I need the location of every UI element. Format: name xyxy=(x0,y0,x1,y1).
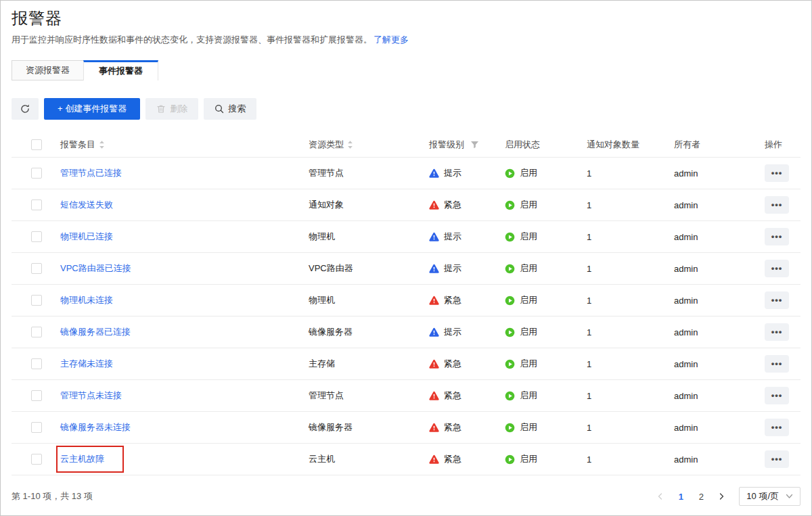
resource-type-value: 管理节点 xyxy=(309,167,429,179)
owner-value: admin xyxy=(674,391,765,401)
alarm-item-link[interactable]: 主存储未连接 xyxy=(60,358,113,370)
resource-type-value: 物理机 xyxy=(309,231,429,243)
enable-status-badge: 启用 xyxy=(505,167,537,179)
search-button[interactable]: 搜索 xyxy=(204,98,256,120)
row-checkbox[interactable] xyxy=(31,263,42,274)
resource-type-value: 主存储 xyxy=(309,358,429,370)
delete-button-label: 删除 xyxy=(170,103,187,115)
search-button-label: 搜索 xyxy=(228,103,246,115)
alarm-item-link[interactable]: 镜像服务器未连接 xyxy=(60,421,131,433)
alarm-level-badge: 紧急 xyxy=(429,199,461,211)
owner-value: admin xyxy=(674,423,765,433)
next-page-button[interactable] xyxy=(713,488,729,505)
enabled-play-icon xyxy=(505,423,515,433)
table-row: 物理机未连接 物理机 紧急 启用 1 admin ••• xyxy=(12,285,800,316)
alarm-item-link[interactable]: 镜像服务器已连接 xyxy=(60,326,131,338)
delete-button[interactable]: 删除 xyxy=(145,98,198,120)
resource-type-value: 云主机 xyxy=(309,453,429,465)
row-actions-button[interactable]: ••• xyxy=(765,196,789,214)
enabled-play-icon xyxy=(505,296,515,306)
refresh-button[interactable] xyxy=(12,98,39,120)
trash-icon xyxy=(156,104,166,114)
learn-more-link[interactable]: 了解更多 xyxy=(374,34,409,45)
event-alarm-table: 报警条目 资源类型 报警级别 启用状态 通知对象数量 所有者 操作 管理节点已连… xyxy=(12,132,800,475)
row-checkbox[interactable] xyxy=(31,390,42,401)
enabled-play-icon xyxy=(505,200,515,210)
table-row: 管理节点未连接 管理节点 紧急 启用 1 admin ••• xyxy=(12,380,800,412)
table-row: 主存储未连接 主存储 紧急 启用 1 admin ••• xyxy=(12,348,800,380)
alarm-level-label: 提示 xyxy=(444,326,461,338)
alarm-item-link[interactable]: 短信发送失败 xyxy=(60,199,113,211)
resource-type-value: 镜像服务器 xyxy=(309,421,429,433)
enabled-play-icon xyxy=(505,327,515,337)
row-checkbox[interactable] xyxy=(31,231,42,242)
tab-resource-alarms[interactable]: 资源报警器 xyxy=(12,60,84,80)
enabled-play-icon xyxy=(505,232,515,242)
tab-event-alarms[interactable]: 事件报警器 xyxy=(83,60,158,80)
row-checkbox[interactable] xyxy=(31,295,42,306)
resource-type-value: 管理节点 xyxy=(309,390,429,402)
alarm-level-badge: 紧急 xyxy=(429,453,461,465)
owner-value: admin xyxy=(674,359,765,369)
column-header-resource-type[interactable]: 资源类型 xyxy=(309,139,429,151)
page-number-1[interactable]: 1 xyxy=(673,488,689,505)
enable-status-badge: 启用 xyxy=(505,262,537,275)
enable-status-badge: 启用 xyxy=(505,294,537,306)
row-checkbox[interactable] xyxy=(31,454,42,465)
warning-triangle-icon xyxy=(429,264,439,273)
row-checkbox[interactable] xyxy=(31,200,42,210)
alarm-item-link[interactable]: 物理机未连接 xyxy=(60,294,113,306)
alarm-item-link[interactable]: 物理机已连接 xyxy=(60,231,113,243)
row-actions-button[interactable]: ••• xyxy=(765,419,789,436)
prev-page-button[interactable] xyxy=(652,488,669,505)
alarm-item-link[interactable]: 管理节点未连接 xyxy=(60,390,122,402)
sort-icon[interactable] xyxy=(99,140,105,149)
row-checkbox[interactable] xyxy=(31,422,42,433)
alarm-level-label: 紧急 xyxy=(444,453,461,465)
row-checkbox[interactable] xyxy=(31,358,42,369)
row-actions-button[interactable]: ••• xyxy=(765,387,789,404)
enabled-play-icon xyxy=(505,454,515,465)
alarm-level-badge: 提示 xyxy=(429,326,461,338)
column-label: 报警条目 xyxy=(60,139,95,151)
alarm-level-label: 提示 xyxy=(444,262,461,275)
owner-value: admin xyxy=(674,168,765,179)
owner-value: admin xyxy=(674,454,765,465)
column-header-alarm-level[interactable]: 报警级别 xyxy=(429,139,505,151)
row-actions-button[interactable]: ••• xyxy=(765,164,789,182)
select-all-checkbox[interactable] xyxy=(31,139,42,150)
create-event-alarm-button[interactable]: + 创建事件报警器 xyxy=(44,98,140,120)
row-actions-button[interactable]: ••• xyxy=(765,291,789,309)
row-actions-button[interactable]: ••• xyxy=(765,260,789,277)
enable-status-label: 启用 xyxy=(520,294,537,306)
alarm-level-badge: 紧急 xyxy=(429,421,461,433)
notify-count-value: 1 xyxy=(587,232,674,242)
table-row: 管理节点已连接 管理节点 提示 启用 1 admin ••• xyxy=(12,158,800,189)
row-checkbox[interactable] xyxy=(31,327,42,337)
resource-type-value: VPC路由器 xyxy=(309,262,429,275)
row-actions-button[interactable]: ••• xyxy=(765,450,789,468)
alarm-level-label: 提示 xyxy=(444,167,461,179)
row-checkbox[interactable] xyxy=(31,168,42,179)
alarm-level-label: 紧急 xyxy=(444,390,461,402)
page-number-2[interactable]: 2 xyxy=(693,488,709,505)
row-actions-button[interactable]: ••• xyxy=(765,323,789,341)
alarm-item-link[interactable]: VPC路由器已连接 xyxy=(60,262,131,275)
toolbar: + 创建事件报警器 删除 搜索 xyxy=(12,98,800,120)
filter-icon[interactable] xyxy=(470,141,479,149)
column-label: 启用状态 xyxy=(505,139,540,151)
owner-value: admin xyxy=(674,327,765,337)
page-size-select[interactable]: 10 项/页 xyxy=(739,487,800,506)
notify-count-value: 1 xyxy=(587,391,674,401)
column-header-alarm-item[interactable]: 报警条目 xyxy=(60,139,309,151)
alarm-item-link[interactable]: 云主机故障 xyxy=(60,453,104,465)
row-actions-button[interactable]: ••• xyxy=(765,228,789,245)
column-header-actions: 操作 xyxy=(765,139,800,151)
table-row: 物理机已连接 物理机 提示 启用 1 admin ••• xyxy=(12,221,800,253)
warning-triangle-icon xyxy=(429,391,439,400)
row-actions-button[interactable]: ••• xyxy=(765,355,789,373)
alarm-level-badge: 紧急 xyxy=(429,358,461,370)
warning-triangle-icon xyxy=(429,296,439,305)
sort-icon[interactable] xyxy=(347,140,353,149)
alarm-item-link[interactable]: 管理节点已连接 xyxy=(60,167,122,179)
